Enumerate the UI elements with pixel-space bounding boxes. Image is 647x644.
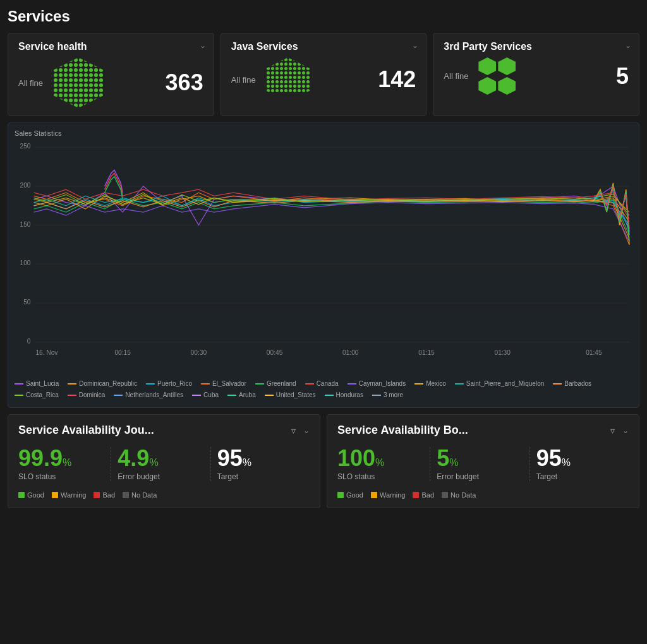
slo-status-value: 99.9%	[18, 447, 104, 470]
svg-text:00:15: 00:15	[114, 349, 131, 356]
svg-text:200: 200	[20, 182, 30, 189]
legend-color	[255, 383, 264, 385]
chevron-down-icon[interactable]: ⌄	[303, 426, 310, 435]
legend-good: Good	[337, 491, 363, 499]
legend-color	[372, 395, 381, 396]
legend-costa-rica: Costa_Rica	[15, 390, 59, 401]
svg-text:16. Nov: 16. Nov	[35, 349, 58, 356]
legend-color	[192, 395, 201, 396]
legend-color	[114, 395, 123, 396]
java-services-hex	[266, 57, 310, 102]
chevron-down-icon[interactable]: ⌄	[412, 41, 418, 50]
legend-row-2: Costa_Rica Dominica Netherlands_Antilles…	[15, 390, 632, 401]
nodata-indicator	[123, 492, 129, 498]
legend-puerto-rico: Puerto_Rico	[146, 378, 192, 390]
error-budget-label: Error budget	[437, 472, 523, 481]
svg-text:0: 0	[27, 338, 31, 345]
service-health-status: All fine	[18, 78, 43, 88]
slo-status-value: 100%	[337, 447, 423, 470]
legend-barbados: Barbados	[553, 378, 591, 390]
legend-mexico: Mexico	[414, 378, 446, 390]
legend-good: Good	[18, 491, 44, 499]
slo-status-label: SLO status	[337, 472, 423, 481]
svg-text:150: 150	[20, 221, 30, 228]
java-services-card: Java Services ⌄ All fine 142	[221, 33, 427, 116]
chevron-down-icon[interactable]: ⌄	[625, 41, 631, 50]
legend-row-1: Saint_Lucia Dominican_Republic Puerto_Ri…	[15, 378, 632, 390]
sla-bo-title: Service Availability Bo...	[337, 424, 605, 437]
sla-jou-target: 95% Target	[211, 447, 310, 481]
page-title: Services	[8, 8, 639, 25]
sla-jou-title-row: Service Availability Jou... ▿ ⌄	[18, 424, 310, 437]
svg-text:01:00: 01:00	[342, 349, 359, 356]
sla-jou-metrics: 99.9% SLO status 4.9% Error budget 95% T…	[18, 447, 310, 481]
sla-bo-legend: Good Warning Bad No Data	[337, 491, 629, 499]
java-services-title: Java Services	[231, 41, 416, 52]
sla-jou-slo: 99.9% SLO status	[18, 447, 111, 481]
sla-jou-card: Service Availability Jou... ▿ ⌄ 99.9% SL…	[8, 414, 320, 508]
svg-text:01:30: 01:30	[494, 349, 511, 356]
error-budget-value: 5%	[437, 447, 523, 470]
third-party-title: 3rd Party Services	[444, 41, 629, 52]
legend-more[interactable]: 3 more	[372, 390, 403, 401]
legend-color	[414, 383, 423, 385]
legend-color	[68, 395, 76, 396]
sla-bo-slo: 100% SLO status	[337, 447, 430, 481]
chevron-down-icon[interactable]: ⌄	[200, 41, 206, 50]
legend-bad: Bad	[413, 491, 434, 499]
error-budget-label: Error budget	[118, 472, 203, 481]
third-party-count: 5	[616, 63, 629, 90]
legend-honduras: Honduras	[325, 390, 363, 401]
legend-warning: Warning	[52, 491, 87, 499]
filter-icon[interactable]: ▿	[610, 426, 615, 436]
legend-no-data: No Data	[123, 491, 157, 499]
legend-cayman: Cayman_Islands	[348, 378, 406, 390]
legend-color	[553, 383, 562, 385]
sla-jou-budget: 4.9% Error budget	[111, 447, 210, 481]
legend-dominica: Dominica	[68, 390, 106, 401]
good-indicator	[337, 492, 344, 498]
legend-aruba: Aruba	[227, 390, 256, 401]
third-party-status: All fine	[444, 71, 468, 81]
hex-5	[498, 77, 516, 95]
hex-dot-grid-medium	[266, 57, 310, 102]
sla-jou-title: Service Availability Jou...	[18, 424, 286, 437]
legend-saint-lucia: Saint_Lucia	[15, 378, 59, 390]
legend-color	[265, 395, 274, 396]
legend-color	[201, 383, 210, 385]
chevron-down-icon[interactable]: ⌄	[622, 426, 629, 435]
chart-title: Sales Statistics	[15, 129, 632, 137]
target-value: 95%	[536, 447, 622, 470]
warning-indicator	[52, 492, 58, 498]
java-services-status: All fine	[231, 75, 256, 85]
java-services-count: 142	[378, 66, 416, 93]
service-health-count: 363	[166, 69, 203, 96]
percent-unit: %	[449, 457, 458, 468]
service-health-card: Service health ⌄ All fine 363	[8, 33, 214, 116]
target-value: 95%	[217, 447, 303, 470]
svg-text:00:45: 00:45	[267, 349, 283, 356]
hex-4	[478, 77, 496, 95]
legend-greenland: Greenland	[255, 378, 296, 390]
legend-no-data: No Data	[442, 491, 476, 499]
legend-color	[348, 383, 356, 385]
java-services-left: All fine	[231, 57, 310, 102]
bad-indicator	[94, 492, 100, 498]
legend-color	[68, 383, 76, 385]
svg-text:100: 100	[20, 259, 30, 266]
error-budget-value: 4.9%	[118, 447, 203, 470]
legend-netherlands: Netherlands_Antilles	[114, 390, 183, 401]
service-health-hex	[53, 57, 104, 108]
percent-unit: %	[375, 457, 384, 468]
warning-indicator	[371, 492, 377, 498]
legend-cuba: Cuba	[192, 390, 219, 401]
nodata-indicator	[442, 492, 448, 498]
filter-icon[interactable]: ▿	[291, 426, 296, 436]
sla-bo-title-row: Service Availability Bo... ▿ ⌄	[337, 424, 629, 437]
third-party-card: 3rd Party Services ⌄ All fine 5	[433, 33, 639, 116]
slo-status-label: SLO status	[18, 472, 104, 481]
legend-dominican: Dominican_Republic	[68, 378, 137, 390]
legend-color	[227, 395, 236, 396]
line-chart: 250 200 150 100 50 0 16. Nov 00:15 00:30…	[15, 141, 632, 374]
sla-cards-row: Service Availability Jou... ▿ ⌄ 99.9% SL…	[8, 414, 639, 508]
